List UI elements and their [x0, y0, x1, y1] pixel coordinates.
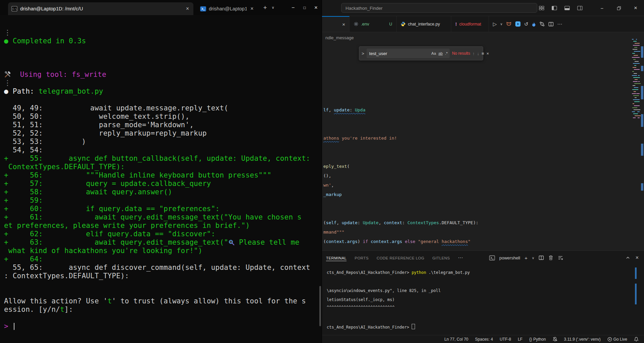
terminal-tab-title: drishan@Laptop1D: /mnt/c/U: [20, 6, 83, 11]
match-case-toggle[interactable]: Aa: [431, 51, 436, 55]
tab-env-file[interactable]: .env U: [350, 16, 397, 32]
bottom-panel: TERMINALPORTSCODE REFERENCE LOGGITLENS⋯p…: [322, 250, 644, 335]
status-indentation[interactable]: Spaces: 4: [475, 337, 493, 342]
split-editor-icon[interactable]: [539, 255, 544, 260]
code-editor[interactable]: lf, update: Updaathons you're interested…: [322, 44, 644, 250]
copilot-cat-icon[interactable]: [506, 21, 512, 27]
powershell-badge-icon[interactable]: [489, 255, 495, 260]
status-go-live[interactable]: Go Live: [607, 337, 627, 342]
launch-profile-dropdown-icon[interactable]: ∨: [532, 256, 534, 260]
flame-icon[interactable]: [532, 21, 536, 27]
error-badge-icon: !: [455, 21, 457, 27]
panel-tab-ports[interactable]: PORTS: [355, 255, 368, 261]
terminal-line: [4, 289, 320, 297]
status-python-interpreter[interactable]: 3.11.9 ('.venv': venv): [564, 337, 601, 342]
terminal-line: + 62: elif query.data == "discover":: [4, 230, 320, 238]
terminal-line: ⋮: [4, 79, 320, 87]
panel-tab-terminal[interactable]: TERMINAL: [326, 255, 347, 261]
code-line: (self, update: Update, context: ContextT…: [323, 220, 478, 225]
more-icon[interactable]: ⋯: [557, 21, 562, 27]
find-input[interactable]: [369, 51, 429, 56]
terminal-window-controls: − □ ×: [287, 0, 322, 15]
find-in-selection-icon[interactable]: ≡: [481, 51, 484, 56]
code-runner-icon[interactable]: [515, 21, 521, 27]
ruler-mark: [641, 66, 643, 71]
close-icon[interactable]: ×: [185, 6, 190, 12]
editor-tab-bar: × .env U chat_interface.py ! cloudformat…: [322, 16, 644, 32]
tab-label: cloudformat: [459, 22, 481, 27]
chevron-up-icon[interactable]: [626, 255, 630, 260]
trash-icon[interactable]: [548, 255, 553, 260]
customize-layout-icon[interactable]: [539, 6, 544, 10]
terminal-line: ● Completed in 0.3s: [4, 37, 320, 45]
close-icon[interactable]: ×: [342, 21, 345, 27]
terminal-line: 52, 52: reply_markup=reply_markup: [4, 129, 320, 138]
minimize-button[interactable]: −: [594, 0, 610, 16]
terminal-line: [4, 62, 320, 70]
close-icon[interactable]: ×: [249, 6, 255, 12]
regex-toggle[interactable]: .*: [445, 51, 448, 55]
clear-all-icon[interactable]: [558, 255, 563, 260]
terminal-output[interactable]: ⋮● Completed in 0.3s Using tool: fs_writ…: [0, 15, 320, 343]
toggle-replace-icon[interactable]: >: [362, 51, 364, 56]
chevron-down-icon[interactable]: ∨: [500, 22, 503, 26]
terminal-line: [4, 314, 320, 322]
tab-chat-interface[interactable]: chat_interface.py: [397, 16, 451, 32]
vscode-titlebar: Hackathon_Finder − ×: [322, 0, 644, 16]
previous-match-icon[interactable]: ↑: [472, 51, 475, 56]
terminal-tab-wsl[interactable]: C:\ drishan@Laptop1D: /mnt/c/U ×: [8, 2, 193, 15]
minimap[interactable]: [632, 38, 641, 121]
code-line: (),: [323, 173, 331, 178]
find-input-box: Aa ab .*: [367, 49, 450, 58]
terminal-line: + 63: await query.edit_message_text(" Pl…: [4, 238, 320, 247]
whole-word-toggle[interactable]: ab: [439, 51, 443, 55]
close-icon[interactable]: ×: [487, 51, 489, 56]
integrated-terminal[interactable]: cts_And_Repos\AI_Hackathon_Finder> pytho…: [327, 265, 637, 335]
status-notifications-muted[interactable]: [553, 337, 557, 342]
restore-button[interactable]: [610, 0, 627, 16]
ruler-mark: [641, 46, 643, 58]
status-eol[interactable]: LF: [518, 337, 522, 342]
maximize-button[interactable]: □: [299, 5, 310, 10]
history-icon[interactable]: ↺: [524, 21, 528, 27]
terminal-line: [4, 45, 320, 54]
toggle-secondary-sidebar-icon[interactable]: [577, 6, 583, 10]
terminal-line: 53, 53: ): [4, 138, 320, 146]
split-editor-icon[interactable]: [548, 21, 554, 27]
toggle-panel-icon[interactable]: [564, 6, 570, 10]
terminal-output-line: cts_And_Repos\AI_Hackathon_Finder>: [327, 324, 415, 330]
minimize-button[interactable]: −: [287, 5, 299, 11]
editor-actions: ▷∨↺⋯: [489, 16, 562, 32]
terminal-line: [4, 96, 320, 104]
overview-ruler: [641, 44, 644, 250]
run-icon[interactable]: ▷: [493, 21, 497, 27]
status-notifications-bell[interactable]: [634, 337, 639, 342]
new-tab-button[interactable]: +: [263, 0, 267, 15]
next-match-icon[interactable]: ↓: [477, 51, 479, 56]
terminal-scrollbar[interactable]: [319, 286, 321, 326]
tab-active-occluded[interactable]: ×: [322, 16, 350, 32]
tab-dropdown-icon[interactable]: ∨: [272, 0, 274, 15]
close-button[interactable]: ×: [627, 0, 644, 16]
panel-tab-code-reference-log[interactable]: CODE REFERENCE LOG: [377, 255, 424, 261]
more-icon[interactable]: ⋯: [458, 255, 463, 261]
git-compare-icon[interactable]: [539, 21, 545, 27]
new-terminal-button[interactable]: +: [524, 255, 527, 261]
command-center-search[interactable]: Hackathon_Finder: [341, 3, 537, 13]
breadcrumb[interactable]: ndle_message: [322, 32, 644, 44]
status-cursor-position[interactable]: Ln 77, Col 70: [444, 337, 468, 342]
bell-slash-icon: [553, 337, 557, 342]
ruler-mark: [641, 183, 643, 191]
status-language-indicator[interactable]: {}Python: [529, 337, 546, 342]
toggle-primary-sidebar-icon[interactable]: [552, 6, 557, 10]
terminal-line: + 58: await query.answer(): [4, 188, 320, 196]
status-encoding[interactable]: UTF-8: [500, 337, 511, 342]
close-button[interactable]: ×: [310, 4, 322, 11]
close-panel-icon[interactable]: ×: [636, 255, 639, 261]
terminal-tab-powershell[interactable]: drishan@Laptop1D: ~ ×: [197, 2, 258, 15]
shell-label[interactable]: powershell: [499, 255, 520, 260]
tab-cloudformat[interactable]: ! cloudformat: [451, 16, 489, 32]
cmd-icon: C:\: [11, 6, 17, 11]
terminal-line: 50, 50: welcome_text.strip(),: [4, 112, 320, 121]
panel-tab-gitlens[interactable]: GITLENS: [432, 255, 450, 261]
